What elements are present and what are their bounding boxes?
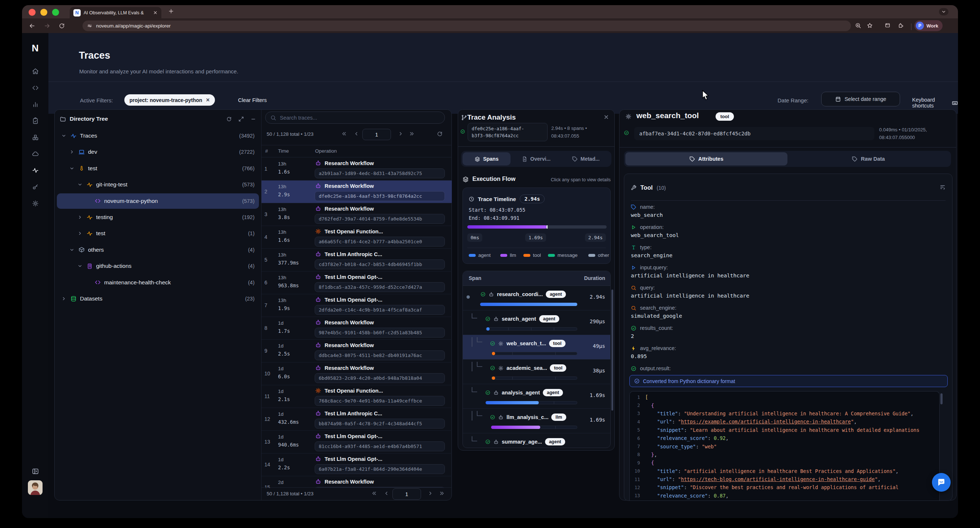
extension-icon[interactable] <box>885 22 891 28</box>
collapse-icon[interactable] <box>250 116 256 122</box>
output-json-code[interactable]: 1[2 {3 "title": "Understanding artificia… <box>629 391 940 501</box>
browser-tab[interactable]: N AI Observability, LLM Evals & <box>70 7 161 18</box>
close-icon[interactable] <box>603 114 609 120</box>
sidebar-item-cubes[interactable] <box>29 131 41 143</box>
reload-icon[interactable] <box>59 23 65 29</box>
tree-item[interactable]: Traces(3492) <box>57 128 259 144</box>
tab-search-chevron-icon[interactable] <box>939 8 948 15</box>
scrollbar-thumb[interactable] <box>940 393 943 404</box>
tree-item[interactable]: Datasets(23) <box>57 291 259 306</box>
tree-item[interactable]: test(1) <box>57 226 259 241</box>
trace-row[interactable]: 15 2d 1.5s Research Workflow <box>261 476 452 488</box>
sidebar-item-home[interactable] <box>29 65 41 77</box>
sidebar-item-clipboard[interactable] <box>29 115 41 127</box>
collapse-sidebar-button[interactable] <box>29 465 41 477</box>
first-page-icon[interactable] <box>372 491 377 498</box>
select-date-range-button[interactable]: Select date range <box>821 92 900 107</box>
attribute-label: input.query: <box>640 265 668 270</box>
tab-spans[interactable]: Spans <box>463 152 511 166</box>
zoom-icon[interactable] <box>855 22 861 29</box>
maximize-window-button[interactable] <box>52 9 59 16</box>
bookmark-star-icon[interactable] <box>867 22 873 29</box>
search-traces-box[interactable] <box>265 112 445 124</box>
keyboard-shortcuts-button[interactable]: Keyboard shortcuts <box>912 97 958 108</box>
refresh-icon[interactable] <box>437 131 443 138</box>
tree-item[interactable]: testing(192) <box>57 209 259 225</box>
trace-row[interactable]: 6 13h 963.8ms Test Llm Openai Gpt-... 8f… <box>261 271 452 294</box>
trace-row[interactable]: 10 1d 6.0s Research Workflow 6bd05823-2c… <box>261 362 452 385</box>
clear-filters-button[interactable]: Clear Filters <box>238 97 267 103</box>
user-avatar[interactable] <box>28 480 43 495</box>
search-input[interactable] <box>280 115 440 121</box>
trace-duration: 377.9ms <box>278 260 299 266</box>
span-row[interactable]: research_coordi...agent2.94s <box>463 286 610 310</box>
trace-row[interactable]: 7 13h 1.9s Test Llm Openai Gpt-... 2dfda… <box>261 294 452 317</box>
next-page-icon[interactable] <box>428 491 433 498</box>
site-settings-icon[interactable] <box>87 23 92 29</box>
tree-item[interactable]: github-actions(4) <box>57 258 259 274</box>
url-bar[interactable]: noveum.ai/app/magic-api/explorer <box>83 21 851 31</box>
minimize-window-button[interactable] <box>40 9 47 16</box>
sidebar-item-bar-chart[interactable] <box>29 98 41 110</box>
tree-item[interactable]: dev(2722) <box>57 144 259 160</box>
tree-item[interactable]: test(766) <box>57 161 259 176</box>
extensions-puzzle-icon[interactable] <box>898 22 904 29</box>
profile-chip[interactable]: P Work <box>914 20 943 31</box>
last-page-icon[interactable] <box>409 131 414 138</box>
sidebar-item-code[interactable] <box>29 82 41 94</box>
close-window-button[interactable] <box>29 9 36 16</box>
trace-row[interactable]: 9 1d 2.5s Research Workflow ddbca4e3-807… <box>261 340 452 362</box>
noveum-logo[interactable]: N <box>22 43 48 54</box>
prev-page-icon[interactable] <box>383 491 389 498</box>
code-line: 4 "url": "https://example.com/artificial… <box>630 418 939 426</box>
trace-row[interactable]: 14 1d 2.2s Test Llm Openai Gpt-... 6a07b… <box>261 453 452 476</box>
span-row[interactable]: academic_sea...tool38µs <box>463 360 610 384</box>
sidebar-item-activity[interactable] <box>29 164 41 176</box>
tab-metad[interactable]: Metad... <box>562 152 610 166</box>
expand-icon[interactable] <box>239 116 244 122</box>
tree-item[interactable]: maint​enance-health-check(4) <box>57 275 259 290</box>
trace-row[interactable]: 8 1d 1.7s Research Workflow 987e4b5c-910… <box>261 317 452 340</box>
sidebar-item-gear[interactable] <box>29 198 41 209</box>
next-page-icon[interactable] <box>398 131 403 138</box>
trace-row[interactable]: 12 1d 432.6ms Test Llm Anthropic C... bb… <box>261 408 452 431</box>
tree-item[interactable]: others(4) <box>57 242 259 258</box>
tree-item[interactable]: noveum-trace-python(573) <box>57 193 259 209</box>
span-row[interactable]: analysis_agentagent1.69s <box>463 384 610 409</box>
wrap-lines-icon[interactable] <box>940 184 945 190</box>
tree-item[interactable]: git-integ-test(573) <box>57 177 259 192</box>
chat-widget-button[interactable] <box>932 473 951 492</box>
scrollbar-thumb[interactable] <box>611 289 613 411</box>
span-row[interactable]: web_search_t...tool49µs <box>463 335 610 360</box>
back-icon[interactable] <box>29 22 36 29</box>
tab-close-icon[interactable] <box>153 10 158 15</box>
trace-id-chip[interactable]: dfe0c25e-a186-4aaf- b3f3-98cf8764a2cc <box>468 123 547 141</box>
span-row[interactable]: summary_age...agent <box>463 433 610 448</box>
trace-row[interactable]: 2 13h 2.9s Research Workflow dfe0c25e-a1… <box>261 180 452 203</box>
span-row[interactable]: search_agentagent290µs <box>463 310 610 335</box>
first-page-icon[interactable] <box>342 131 347 138</box>
trace-row[interactable]: 5 13h 377.9ms Test Llm Anthropic C... cd… <box>261 249 452 271</box>
trace-row[interactable]: 1 13h 1.6s Research Workflow a2b91aa7-1d… <box>261 158 452 180</box>
page-number-input[interactable] <box>393 488 421 500</box>
sidebar-item-key[interactable] <box>29 181 41 193</box>
trace-row[interactable]: 11 1d 2.1s Test Openai Function... 768c8… <box>261 385 452 408</box>
tab-overvi[interactable]: Overvi... <box>512 152 560 166</box>
sidebar-item-cloud[interactable] <box>29 148 41 160</box>
span-id-chip[interactable]: afbaf7ea-34d1-4c02-87d0-ed8fcf45c2db <box>634 127 874 140</box>
new-tab-button[interactable] <box>168 8 174 14</box>
forward-icon[interactable] <box>44 22 51 29</box>
tab-rawdata[interactable]: Raw Data <box>788 152 950 166</box>
remove-filter-icon[interactable]: ✕ <box>206 97 210 103</box>
trace-row[interactable]: 13 1d 940.6ms Test Llm Openai Gpt-... 81… <box>261 431 452 453</box>
prev-page-icon[interactable] <box>353 131 359 138</box>
trace-row[interactable]: 3 13h 3.8s Research Workflow d762fed7-39… <box>261 203 452 226</box>
project-filter-chip[interactable]: project: noveum-trace-python ✕ <box>124 94 215 106</box>
last-page-icon[interactable] <box>439 491 444 498</box>
refresh-icon[interactable] <box>226 116 232 122</box>
trace-row[interactable]: 4 13h 1.6s Test Openai Function... a66a6… <box>261 226 452 249</box>
page-number-input[interactable] <box>363 129 391 140</box>
timeline-bar[interactable] <box>467 225 607 228</box>
tab-attributes[interactable]: Attributes <box>625 152 788 166</box>
span-row[interactable]: llm_analysis_c...llm1.69s <box>463 409 610 433</box>
